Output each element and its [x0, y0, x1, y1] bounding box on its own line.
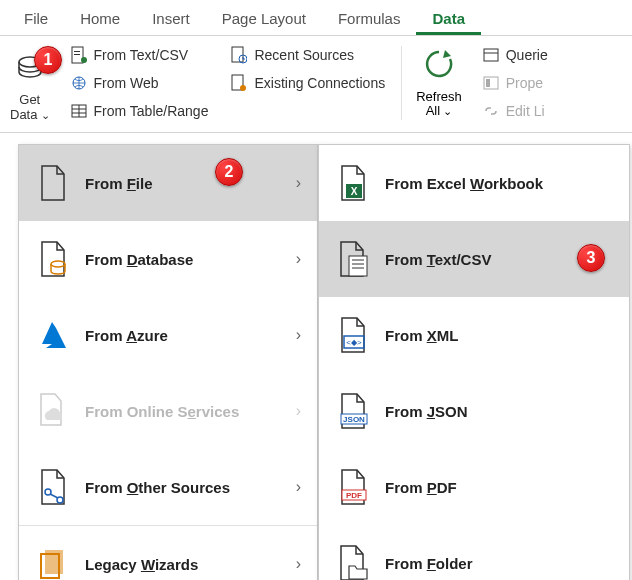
queries-icon	[482, 46, 500, 64]
svg-rect-3	[74, 54, 80, 55]
tab-page-layout[interactable]: Page Layout	[206, 4, 322, 35]
web-icon	[70, 74, 88, 92]
queries-label: Querie	[506, 47, 548, 63]
properties-label: Prope	[506, 75, 543, 91]
cloud-icon	[35, 391, 71, 431]
from-table-range-label: From Table/Range	[94, 103, 209, 119]
chevron-right-icon	[296, 478, 301, 496]
svg-rect-26	[349, 256, 367, 276]
submenu-xml-label: From XML	[385, 327, 458, 344]
from-file-submenu: X From Excel Workbook From Text/CSV <◆> …	[318, 144, 630, 580]
ribbon-data-body: Get Data From Text/CSV From Web From Tab…	[0, 36, 632, 133]
menu-from-other-label: From Other Sources	[85, 479, 230, 496]
menu-legacy-label: Legacy Wizards	[85, 556, 198, 573]
text-csv-file-icon	[335, 239, 371, 279]
recent-icon	[230, 46, 248, 64]
other-sources-icon	[35, 467, 71, 507]
menu-from-online-services[interactable]: From Online Services	[19, 373, 317, 449]
svg-rect-2	[74, 51, 80, 52]
svg-rect-14	[484, 49, 498, 61]
svg-text:PDF: PDF	[346, 491, 362, 500]
svg-point-18	[51, 261, 65, 267]
svg-text:<◆>: <◆>	[346, 338, 362, 347]
text-csv-icon	[70, 46, 88, 64]
callout-badge-3: 3	[577, 244, 605, 272]
menu-from-other-sources[interactable]: From Other Sources	[19, 449, 317, 525]
col-sources: Recent Sources Existing Connections	[222, 42, 393, 124]
recent-sources-label: Recent Sources	[254, 47, 354, 63]
menu-from-database-label: From Database	[85, 251, 193, 268]
chevron-right-icon	[296, 326, 301, 344]
submenu-json[interactable]: JSON From JSON	[319, 373, 629, 449]
menu-from-file-label: From File	[85, 175, 153, 192]
properties-icon	[482, 74, 500, 92]
menu-legacy-wizards[interactable]: Legacy Wizards	[19, 525, 317, 580]
svg-rect-17	[486, 79, 490, 87]
svg-line-21	[50, 494, 58, 498]
excel-file-icon: X	[335, 163, 371, 203]
submenu-workbook-label: From Excel Workbook	[385, 175, 543, 192]
edit-links-label: Edit Li	[506, 103, 545, 119]
from-web-label: From Web	[94, 75, 159, 91]
submenu-folder-label: From Folder	[385, 555, 473, 572]
chevron-right-icon	[296, 555, 301, 573]
svg-rect-10	[232, 47, 243, 62]
col-get-transform: From Text/CSV From Web From Table/Range	[62, 42, 217, 124]
existing-connections-button[interactable]: Existing Connections	[226, 72, 389, 94]
menu-from-file[interactable]: From File	[19, 145, 317, 221]
queries-button[interactable]: Querie	[478, 44, 552, 66]
pdf-file-icon: PDF	[335, 467, 371, 507]
existing-connections-label: Existing Connections	[254, 75, 385, 91]
azure-icon	[35, 315, 71, 355]
chevron-right-icon	[296, 250, 301, 268]
submenu-excel-workbook[interactable]: X From Excel Workbook	[319, 145, 629, 221]
database-icon	[35, 239, 71, 279]
submenu-xml[interactable]: <◆> From XML	[319, 297, 629, 373]
folder-icon	[335, 543, 371, 580]
submenu-pdf-label: From PDF	[385, 479, 457, 496]
callout-badge-1: 1	[34, 46, 62, 74]
submenu-pdf[interactable]: PDF From PDF	[319, 449, 629, 525]
callout-badge-2: 2	[215, 158, 243, 186]
ribbon-tabs: File Home Insert Page Layout Formulas Da…	[0, 0, 632, 36]
from-web-button[interactable]: From Web	[66, 72, 213, 94]
svg-point-4	[81, 57, 87, 63]
from-table-range-button[interactable]: From Table/Range	[66, 100, 213, 122]
json-file-icon: JSON	[335, 391, 371, 431]
tab-home[interactable]: Home	[64, 4, 136, 35]
submenu-json-label: From JSON	[385, 403, 468, 420]
tab-formulas[interactable]: Formulas	[322, 4, 417, 35]
get-data-label: Get Data	[10, 93, 50, 122]
refresh-icon	[421, 46, 457, 86]
menu-from-azure[interactable]: From Azure	[19, 297, 317, 373]
legacy-icon	[35, 544, 71, 580]
edit-links-icon	[482, 102, 500, 120]
svg-point-13	[240, 85, 246, 91]
chevron-right-icon	[296, 174, 301, 192]
tab-insert[interactable]: Insert	[136, 4, 206, 35]
properties-button[interactable]: Prope	[478, 72, 552, 94]
svg-text:X: X	[351, 186, 358, 197]
menu-from-azure-label: From Azure	[85, 327, 168, 344]
xml-file-icon: <◆>	[335, 315, 371, 355]
connections-icon	[230, 74, 248, 92]
refresh-all-label: Refresh All	[416, 90, 462, 119]
tab-file[interactable]: File	[8, 4, 64, 35]
menu-from-database[interactable]: From Database	[19, 221, 317, 297]
table-icon	[70, 102, 88, 120]
from-text-csv-label: From Text/CSV	[94, 47, 189, 63]
submenu-textcsv-label: From Text/CSV	[385, 251, 491, 268]
submenu-folder[interactable]: From Folder	[319, 525, 629, 580]
refresh-all-button[interactable]: Refresh All	[410, 42, 468, 124]
from-text-csv-button[interactable]: From Text/CSV	[66, 44, 213, 66]
svg-text:JSON: JSON	[343, 415, 365, 424]
get-data-menu: From File From Database From Azure From …	[18, 144, 318, 580]
tab-data[interactable]: Data	[416, 4, 481, 35]
menu-from-online-label: From Online Services	[85, 403, 239, 420]
col-queries: Querie Prope Edit Li	[474, 42, 556, 124]
chevron-right-icon	[296, 402, 301, 420]
recent-sources-button[interactable]: Recent Sources	[226, 44, 389, 66]
file-icon	[35, 163, 71, 203]
edit-links-button[interactable]: Edit Li	[478, 100, 552, 122]
